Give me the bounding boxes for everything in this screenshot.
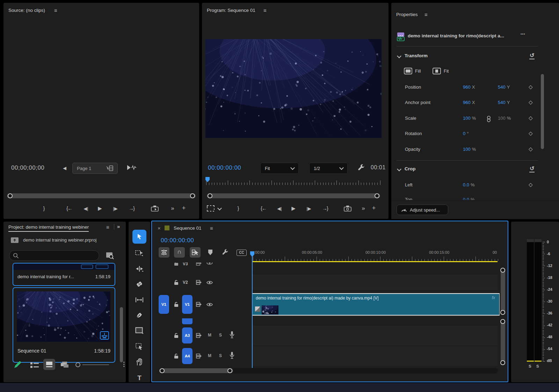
fit-button[interactable]: Fit [433, 68, 449, 74]
track-patch-icon[interactable] [196, 302, 202, 307]
zoom-slider-knob[interactable] [75, 362, 80, 367]
crop-left-value[interactable]: 0.0 [463, 182, 469, 187]
list-view-button[interactable] [30, 362, 39, 368]
audio-scrollbar-bottom-knob[interactable] [500, 360, 505, 365]
go-to-out-button[interactable]: →} [319, 204, 331, 213]
program-panel-title[interactable]: Program: Sequence 01 [207, 8, 255, 13]
lock-icon[interactable] [174, 333, 179, 338]
step-back-button[interactable]: ◀| [81, 205, 91, 213]
adjust-speed-button[interactable]: Adjust speed... [397, 205, 448, 215]
tab-close-icon[interactable]: × [158, 225, 161, 231]
project-item-clip[interactable]: demo internal training for r... 1:58:19 [13, 263, 115, 286]
program-video-preview[interactable] [205, 39, 382, 138]
project-collapse-button[interactable]: » [117, 223, 120, 229]
track-v2-lane[interactable] [252, 274, 498, 290]
anchor-y-value[interactable]: 540 [498, 100, 506, 105]
video-scrollbar-top-knob[interactable] [500, 268, 505, 273]
project-item-sequence[interactable]: Sequence 01 1:58:19 [13, 287, 115, 363]
track-header-v2[interactable]: V2 [152, 274, 252, 290]
track-v2-name[interactable]: V2 [183, 280, 188, 285]
track-header-a3[interactable]: A3 M S [152, 326, 252, 345]
meter-solo-left[interactable]: S [529, 364, 531, 368]
source-scrollbar[interactable] [7, 193, 196, 198]
track-target-a3-button[interactable]: A3 [182, 327, 193, 343]
mute-button[interactable]: M [208, 353, 211, 358]
lock-icon[interactable] [174, 353, 179, 359]
mark-out-button[interactable]: } [235, 204, 241, 213]
program-scrollbar-left-knob[interactable] [208, 193, 212, 198]
opacity-keyframe-toggle[interactable]: ◇ [529, 146, 533, 152]
project-file-breadcrumb[interactable]: demo internal training webiner.prproj [23, 237, 96, 243]
voice-over-mic-icon[interactable] [230, 352, 234, 360]
slip-tool[interactable] [132, 293, 146, 307]
pen-tool[interactable] [132, 308, 146, 322]
audio-scrollbar-top-knob[interactable] [500, 319, 505, 324]
export-frame-button[interactable] [344, 205, 352, 212]
lock-icon[interactable] [174, 280, 179, 285]
position-y-value[interactable]: 540 [498, 84, 506, 90]
clip-more-options-button[interactable]: ••• [521, 32, 525, 36]
button-editor-more[interactable]: » [169, 204, 176, 213]
freeform-view-button[interactable] [59, 361, 69, 369]
track-header-v3-partial[interactable]: V3 [152, 262, 252, 271]
thumbnail-zoom-slider[interactable] [75, 362, 109, 368]
linked-selection-toggle[interactable] [190, 247, 201, 258]
ripple-edit-tool[interactable] [132, 262, 146, 276]
search-bin-icon[interactable] [106, 252, 114, 259]
video-scrollbar-bottom-knob[interactable] [500, 310, 505, 315]
track-patch-icon[interactable] [196, 262, 202, 266]
transform-collapse-chevron[interactable] [397, 54, 401, 58]
crop-section-header[interactable]: Crop [405, 166, 416, 171]
play-button[interactable]: ▶ [289, 204, 298, 213]
type-tool[interactable]: T [132, 371, 146, 382]
solo-button[interactable]: S [219, 333, 222, 338]
go-to-in-button[interactable]: {← [64, 204, 75, 213]
step-forward-button[interactable]: |▶ [304, 205, 314, 213]
anchor-x-value[interactable]: 960 [463, 100, 471, 105]
properties-menu-icon[interactable]: ≡ [424, 12, 428, 17]
step-forward-button[interactable]: |▶ [110, 205, 120, 213]
folder-up-icon[interactable] [10, 237, 19, 243]
hscroll-right-knob[interactable] [227, 368, 232, 373]
meter-solo-right[interactable]: S [536, 364, 539, 368]
crop-top-value[interactable]: 0.0 [463, 197, 469, 200]
eye-icon[interactable] [206, 302, 213, 307]
project-search-input[interactable] [9, 250, 99, 261]
crop-collapse-chevron[interactable] [397, 167, 401, 171]
anchor-keyframe-toggle[interactable]: ◇ [529, 99, 533, 105]
timeline-hscroll-track[interactable] [158, 368, 498, 373]
program-scrollbar[interactable] [207, 193, 380, 198]
project-panel-title[interactable]: Project: demo internal training webiner [8, 224, 89, 232]
timeline-tab-label[interactable]: Sequence 01 [174, 225, 202, 231]
hscroll-left-knob[interactable] [160, 368, 165, 373]
clip-fx-badge[interactable]: fx [492, 295, 495, 300]
program-timecode[interactable]: 00:00:00:00 [208, 164, 241, 171]
source-panel-title[interactable]: Source: (no clips) [8, 8, 45, 13]
eye-icon[interactable] [206, 262, 213, 265]
track-target-v1-button[interactable]: V1 [182, 295, 193, 314]
voice-over-mic-icon[interactable] [230, 331, 234, 339]
eye-icon[interactable] [206, 280, 213, 285]
nest-sequences-toggle[interactable] [159, 247, 169, 258]
zoom-level-select[interactable]: Fit [260, 163, 299, 174]
timeline-clip[interactable]: demo internal training for rimo(descript… [252, 293, 500, 316]
playback-resolution-select[interactable]: 1/2 [309, 163, 348, 174]
track-patch-icon[interactable] [196, 354, 202, 358]
timeline-settings-wrench-icon[interactable] [222, 249, 229, 256]
button-editor-more[interactable]: » [360, 204, 367, 213]
select-zoom-tool-button[interactable] [207, 205, 215, 212]
video-tracks-scrollbar[interactable] [501, 268, 505, 315]
rotation-keyframe-toggle[interactable]: ◇ [529, 130, 533, 136]
project-footer-kebab-icon[interactable]: ⋮ [121, 361, 127, 368]
program-scrollbar-right-knob[interactable] [375, 193, 379, 198]
snap-toggle[interactable]: ∩ [174, 247, 185, 258]
track-target-a4-button[interactable]: A4 [182, 348, 193, 364]
timeline-hscroll-thumb[interactable] [159, 368, 233, 373]
source-scrollbar-right-knob[interactable] [190, 193, 195, 198]
lock-icon[interactable] [174, 262, 179, 266]
go-to-in-button[interactable]: {← [258, 204, 269, 213]
project-scrollbar[interactable] [120, 307, 123, 362]
mark-out-button[interactable]: } [41, 204, 47, 213]
selection-tool-button[interactable] [132, 230, 146, 244]
icon-view-button[interactable] [43, 359, 55, 370]
